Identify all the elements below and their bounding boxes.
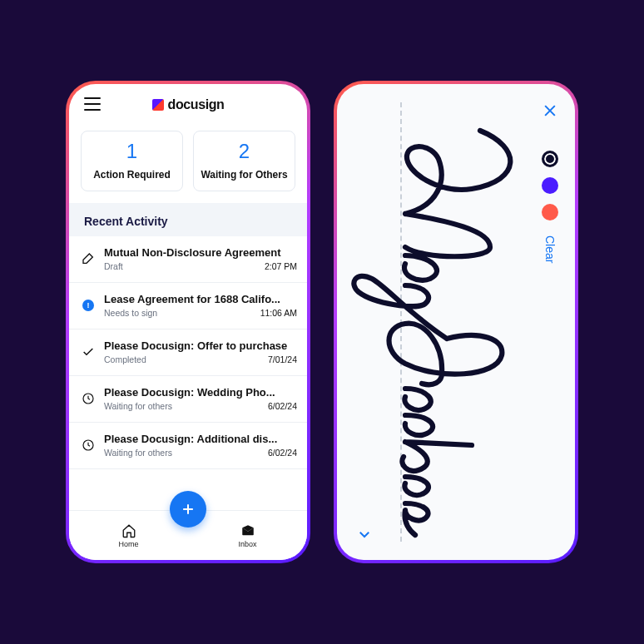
activity-row[interactable]: Mutual Non-Disclosure Agreement Draft 2:… xyxy=(69,236,307,283)
alert-icon: ! xyxy=(76,300,101,311)
fab-create[interactable] xyxy=(170,491,206,528)
clock-icon xyxy=(76,438,101,452)
summary-label: Action Required xyxy=(87,169,177,181)
inbox-icon xyxy=(240,523,255,538)
topbar: docusign xyxy=(69,84,307,126)
check-icon xyxy=(76,345,101,359)
screen-inbox: docusign 1 Action Required 2 Waiting for… xyxy=(69,84,307,560)
bottom-nav: Home Inbox xyxy=(69,510,307,560)
phone-inbox: docusign 1 Action Required 2 Waiting for… xyxy=(66,81,310,563)
activity-time: 2:07 PM xyxy=(265,261,297,271)
color-swatch-red[interactable] xyxy=(542,204,558,220)
recent-activity-section: Recent Activity Mutual Non-Disclosure Ag… xyxy=(69,203,307,510)
signature-toolbar: Clear xyxy=(530,89,570,555)
summary-label: Waiting for Others xyxy=(199,169,290,181)
activity-title: Please Docusign: Offer to purchase xyxy=(104,339,297,352)
signature-canvas[interactable] xyxy=(342,89,530,555)
activity-list: Mutual Non-Disclosure Agreement Draft 2:… xyxy=(69,236,307,510)
signature-landscape: Clear xyxy=(342,89,570,555)
nav-home[interactable]: Home xyxy=(69,511,188,560)
activity-row[interactable]: ! Lease Agreement for 1688 Califo... Nee… xyxy=(69,283,307,329)
activity-time: 6/02/24 xyxy=(268,401,297,411)
color-swatch-blue[interactable] xyxy=(542,177,558,194)
activity-row[interactable]: Please Docusign: Additional dis... Waiti… xyxy=(69,423,307,469)
chevron-right-icon xyxy=(357,527,372,542)
close-icon xyxy=(542,102,558,119)
activity-status: Needs to sign xyxy=(104,308,157,318)
screen-signature: Clear xyxy=(337,84,575,560)
section-title: Recent Activity xyxy=(69,203,307,236)
clear-button[interactable]: Clear xyxy=(543,235,557,263)
activity-row[interactable]: Please Docusign: Offer to purchase Compl… xyxy=(69,329,307,376)
brand-logo-icon xyxy=(152,99,164,111)
activity-time: 11:06 AM xyxy=(260,308,297,318)
activity-status: Draft xyxy=(104,261,123,271)
activity-status: Completed xyxy=(104,354,146,364)
pen-icon xyxy=(76,252,101,265)
activity-title: Mutual Non-Disclosure Agreement xyxy=(104,246,297,259)
summary-waiting-others[interactable]: 2 Waiting for Others xyxy=(193,131,295,191)
color-swatch-black[interactable] xyxy=(542,151,558,167)
activity-title: Please Docusign: Wedding Pho... xyxy=(104,386,297,399)
activity-title: Please Docusign: Additional dis... xyxy=(104,433,297,445)
summary-count: 2 xyxy=(199,140,290,164)
menu-button[interactable] xyxy=(84,97,101,111)
close-button[interactable] xyxy=(542,102,558,119)
plus-icon xyxy=(180,501,196,518)
phone-signature: Clear xyxy=(334,81,578,563)
activity-time: 6/02/24 xyxy=(268,448,297,458)
activity-time: 7/01/24 xyxy=(268,354,297,364)
activity-status: Waiting for others xyxy=(104,448,172,458)
nav-inbox[interactable]: Inbox xyxy=(188,511,307,560)
summary-row: 1 Action Required 2 Waiting for Others xyxy=(69,126,307,203)
activity-status: Waiting for others xyxy=(104,401,172,411)
brand: docusign xyxy=(152,97,225,112)
nav-label: Home xyxy=(118,540,138,548)
activity-title: Lease Agreement for 1688 Califo... xyxy=(104,293,297,305)
signature-stroke xyxy=(347,89,530,555)
home-icon xyxy=(121,523,136,538)
activity-row[interactable]: Please Docusign: Wedding Pho... Waiting … xyxy=(69,376,307,423)
clock-icon xyxy=(76,392,101,405)
adopt-button[interactable] xyxy=(357,527,372,542)
summary-count: 1 xyxy=(87,140,177,164)
summary-action-required[interactable]: 1 Action Required xyxy=(81,131,183,191)
nav-label: Inbox xyxy=(238,540,256,548)
brand-name: docusign xyxy=(168,97,225,112)
